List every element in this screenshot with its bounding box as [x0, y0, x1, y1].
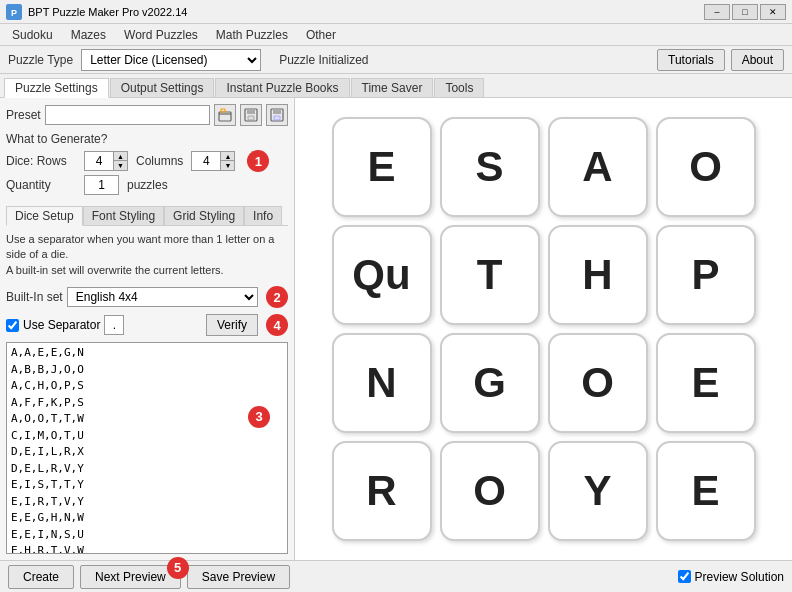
inner-tab-font-styling[interactable]: Font Styling	[83, 206, 164, 225]
built-in-set-row: Built-In set English 4x4 2	[6, 286, 288, 308]
die-cell: O	[656, 117, 756, 217]
die-cell: O	[548, 333, 648, 433]
about-button[interactable]: About	[731, 49, 784, 71]
toolbar-right: Tutorials About	[657, 49, 784, 71]
inner-tab-info[interactable]: Info	[244, 206, 282, 225]
svg-rect-6	[248, 116, 254, 120]
letter-list-item: A,F,F,K,P,S	[11, 395, 283, 412]
use-separator-checkbox[interactable]	[6, 319, 19, 332]
letter-list-item: E,H,R,T,V,W	[11, 543, 283, 554]
tutorials-button[interactable]: Tutorials	[657, 49, 725, 71]
maximize-button[interactable]: □	[732, 4, 758, 20]
die-cell: E	[332, 117, 432, 217]
svg-text:P: P	[11, 8, 17, 18]
bottom-bar: Create Next Preview 5 Save Preview Previ…	[0, 560, 792, 592]
title-bar-left: P BPT Puzzle Maker Pro v2022.14	[6, 4, 187, 20]
letter-list-item: C,I,M,O,T,U	[11, 428, 283, 445]
tab-output-settings[interactable]: Output Settings	[110, 78, 215, 97]
title-bar: P BPT Puzzle Maker Pro v2022.14 – □ ✕	[0, 0, 792, 24]
description-text: Use a separator when you want more than …	[6, 232, 288, 278]
menu-math-puzzles[interactable]: Math Puzzles	[208, 26, 296, 44]
letter-list-item: A,A,E,E,G,N	[11, 345, 283, 362]
menu-sudoku[interactable]: Sudoku	[4, 26, 61, 44]
preset-row: Preset Preset 1	[6, 104, 288, 126]
gen-section: What to Generate? Dice: Rows ▲ ▼ Columns…	[6, 132, 288, 198]
die-cell: G	[440, 333, 540, 433]
columns-up-button[interactable]: ▲	[220, 152, 234, 161]
die-cell: N	[332, 333, 432, 433]
built-in-set-label: Built-In set	[6, 290, 63, 304]
rows-up-button[interactable]: ▲	[113, 152, 127, 161]
menu-mazes[interactable]: Mazes	[63, 26, 114, 44]
die-cell: S	[440, 117, 540, 217]
save-preview-button[interactable]: Save Preview	[187, 565, 290, 589]
columns-down-button[interactable]: ▼	[220, 161, 234, 170]
circle-4: 4	[266, 314, 288, 336]
app-title: BPT Puzzle Maker Pro v2022.14	[28, 6, 187, 18]
menu-word-puzzles[interactable]: Word Puzzles	[116, 26, 206, 44]
letter-list-item: D,E,I,L,R,X	[11, 444, 283, 461]
inner-tab-grid-styling[interactable]: Grid Styling	[164, 206, 244, 225]
tab-bar: Puzzle Settings Output Settings Instant …	[0, 74, 792, 98]
what-to-generate-label: What to Generate?	[6, 132, 288, 146]
use-separator-row: Use Separator Verify 4	[6, 314, 288, 336]
left-panel: Preset Preset 1 What to Generate? Dice: …	[0, 98, 295, 560]
right-panel: ESAOQuTHPNGOEROYE	[295, 98, 792, 560]
die-cell: A	[548, 117, 648, 217]
toolbar-row: Puzzle Type Letter Dice (Licensed) Puzzl…	[0, 46, 792, 74]
rows-down-button[interactable]: ▼	[113, 161, 127, 170]
rows-input[interactable]	[85, 152, 113, 170]
dice-rows-label: Dice: Rows	[6, 154, 76, 168]
letter-list-item: A,B,B,J,O,O	[11, 362, 283, 379]
circle-2: 2	[266, 286, 288, 308]
tab-time-saver[interactable]: Time Saver	[351, 78, 434, 97]
tab-tools[interactable]: Tools	[434, 78, 484, 97]
app-icon: P	[6, 4, 22, 20]
die-cell: E	[656, 441, 756, 541]
built-in-set-select[interactable]: English 4x4	[67, 287, 258, 307]
die-cell: H	[548, 225, 648, 325]
quantity-input[interactable]	[84, 175, 119, 195]
svg-rect-5	[247, 109, 255, 114]
svg-rect-3	[221, 109, 225, 112]
use-separator-label: Use Separator	[23, 318, 100, 332]
next-preview-button[interactable]: Next Preview	[80, 565, 181, 589]
save-as-preset-button[interactable]	[266, 104, 288, 126]
minimize-button[interactable]: –	[704, 4, 730, 20]
die-cell: E	[656, 333, 756, 433]
letter-list-item: D,E,L,R,V,Y	[11, 461, 283, 478]
quantity-label: Quantity	[6, 178, 76, 192]
die-cell: Qu	[332, 225, 432, 325]
rows-spinner-btns: ▲ ▼	[113, 152, 127, 170]
tab-instant-puzzle-books[interactable]: Instant Puzzle Books	[215, 78, 349, 97]
preset-input[interactable]: Preset 1	[45, 105, 210, 125]
die-cell: T	[440, 225, 540, 325]
letter-list-item: E,I,R,T,V,Y	[11, 494, 283, 511]
puzzles-label: puzzles	[127, 178, 168, 192]
save-preset-button[interactable]	[240, 104, 262, 126]
dice-grid: ESAOQuTHPNGOEROYE	[332, 117, 756, 541]
main-area: Preset Preset 1 What to Generate? Dice: …	[0, 98, 792, 560]
columns-input[interactable]	[192, 152, 220, 170]
rows-columns-row: Dice: Rows ▲ ▼ Columns ▲ ▼ 1	[6, 150, 288, 172]
svg-rect-2	[219, 112, 231, 121]
verify-button[interactable]: Verify	[206, 314, 258, 336]
rows-spinner: ▲ ▼	[84, 151, 128, 171]
inner-tab-dice-setup[interactable]: Dice Setup	[6, 206, 83, 226]
preview-solution-label: Preview Solution	[695, 570, 784, 584]
create-button[interactable]: Create	[8, 565, 74, 589]
menu-other[interactable]: Other	[298, 26, 344, 44]
menu-bar: Sudoku Mazes Word Puzzles Math Puzzles O…	[0, 24, 792, 46]
puzzle-type-select[interactable]: Letter Dice (Licensed)	[81, 49, 261, 71]
letter-list[interactable]: A,A,E,E,G,NA,B,B,J,O,OA,C,H,O,P,SA,F,F,K…	[6, 342, 288, 554]
letter-list-item: A,C,H,O,P,S	[11, 378, 283, 395]
inner-tabs: Dice Setup Font Styling Grid Styling Inf…	[6, 206, 288, 226]
preset-label: Preset	[6, 108, 41, 122]
close-button[interactable]: ✕	[760, 4, 786, 20]
columns-spinner-btns: ▲ ▼	[220, 152, 234, 170]
separator-input[interactable]	[104, 315, 124, 335]
open-preset-button[interactable]	[214, 104, 236, 126]
die-cell: R	[332, 441, 432, 541]
tab-puzzle-settings[interactable]: Puzzle Settings	[4, 78, 109, 98]
preview-solution-checkbox[interactable]	[678, 570, 691, 583]
